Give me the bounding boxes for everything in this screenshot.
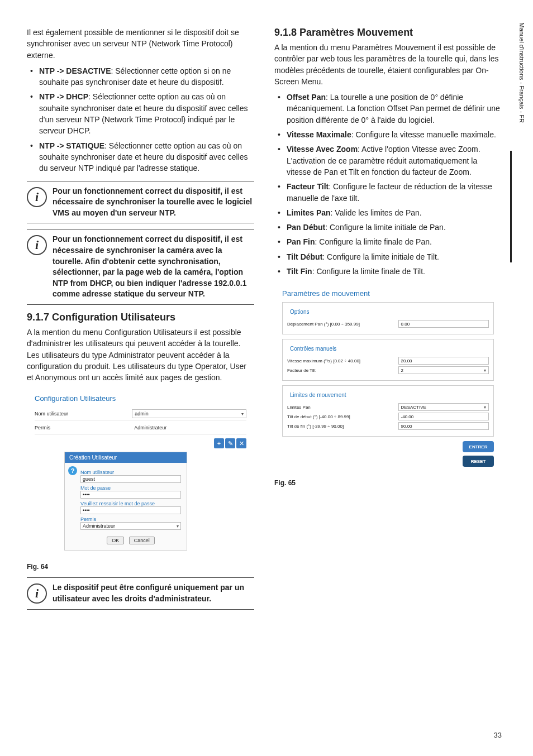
fig65-caption: Fig. 65 [274,479,502,487]
facteur-tilt-select[interactable]: 2 ▾ [398,366,489,374]
fig64-title: Configuration Utilisateurs [35,394,246,403]
fig64-caption: Fig. 64 [27,563,254,571]
chevron-down-icon: ▾ [484,405,486,410]
help-icon[interactable]: ? [68,466,77,475]
bullet-offset-pan: Offset Pan: La tourelle a une position d… [274,92,502,126]
fig64-row-username: Nom utilisateur admin ▾ [35,407,246,421]
fig64-toolbar: + ✎ ✕ [35,438,246,448]
bullet-vitesse-max: Vitesse Maximale: Configure la vitesse m… [274,129,502,140]
fig64-screenshot: Configuration Utilisateurs Nom utilisate… [27,389,254,558]
info-icon: i [27,187,47,207]
chevron-down-icon: ▾ [484,368,486,373]
page-number: 33 [494,731,502,739]
vitesse-max-input[interactable]: 20.00 [398,357,489,365]
chevron-down-icon: ▾ [177,524,179,529]
modal-permis-select[interactable]: Administrateur ▾ [80,522,181,530]
intro-paragraph: Il est également possible de mentionner … [27,27,254,61]
fieldset-limites-mouvement: Limites de mouvement Limites Pan DESACTI… [282,385,494,437]
fig65-buttons: ENTRER RESET [282,441,494,467]
cancel-button[interactable]: Cancel [129,537,155,544]
left-column: Il est également possible de mentionner … [27,27,254,615]
bullet-vitesse-zoom: Vitesse Avec Zoom: Active l'option Vites… [274,143,502,178]
reset-button[interactable]: RESET [463,456,494,467]
info-note-3: i Le dispositif peut être configuré uniq… [27,577,254,609]
side-language-label: Manuel d'instructions - Français - FR [518,23,525,123]
right-column: 9.1.8 Paramètres Mouvement A la mention … [274,27,502,615]
info-icon: i [27,235,47,255]
fieldset-options: Options Déplacement Pan (°) [0.00 ÷ 359.… [282,302,494,334]
create-user-modal: Création Utilisateur ? Nom utilisateur g… [64,452,187,551]
fig65-title: Paramètres de mouvement [282,289,494,298]
entrer-button[interactable]: ENTRER [463,441,494,452]
modal-password-input[interactable]: •••• [80,491,181,499]
movement-bullets: Offset Pan: La tourelle a une position d… [274,92,502,277]
tilt-debut-input[interactable]: -40.00 [398,413,489,420]
ntp-options-list: NTP -> DESACTIVE: Sélectionner cette opt… [27,65,254,174]
paragraph-917: A la mention du menu Configuration Utili… [27,327,254,383]
bullet-pan-fin: Pan Fin: Configure la limite finale de P… [274,236,502,247]
ntp-option-dhcp: NTP -> DHCP: Sélectionner cette option a… [27,91,254,136]
heading-917: 9.1.7 Configuration Utilisateurs [27,312,254,323]
modal-password-repeat-input[interactable]: •••• [80,506,181,514]
heading-918: 9.1.8 Paramètres Mouvement [274,27,502,39]
permis-value: Administrateur [132,423,246,432]
limites-pan-select[interactable]: DESACTIVE ▾ [398,403,489,411]
bullet-pan-debut: Pan Début: Configure la limite initiale … [274,222,502,233]
modal-title: Création Utilisateur [65,452,187,463]
side-tab-marker [507,151,512,262]
bullet-facteur-tilt: Facteur Tilt: Configure le facteur de ré… [274,181,502,204]
info-note-1: i Pour un fonctionnement correct du disp… [27,181,254,224]
edit-button[interactable]: ✎ [225,438,235,448]
info-note-2: i Pour un fonctionnement correct du disp… [27,229,254,305]
info-icon: i [27,583,47,604]
fig64-row-permis: Permis Administrateur [35,421,246,435]
ntp-option-statique: NTP -> STATIQUE: Sélectionner cette opti… [27,140,254,174]
tilt-fin-input[interactable]: 90.00 [398,422,489,430]
bullet-tilt-fin: Tilt Fin: Configure la limite finale de … [274,266,502,277]
username-field[interactable]: admin ▾ [132,409,246,418]
ok-button[interactable]: OK [107,537,124,544]
bullet-limites-pan: Limites Pan: Valide les limites de Pan. [274,207,502,218]
fig65-screenshot: Paramètres de mouvement Options Déplacem… [274,284,502,475]
offset-pan-input[interactable]: 0.00 [398,320,489,328]
delete-button[interactable]: ✕ [236,438,246,448]
modal-username-input[interactable]: guest [80,475,181,483]
add-button[interactable]: + [214,438,224,448]
chevron-down-icon: ▾ [241,412,244,417]
paragraph-918: A la mention du menu Paramètres Mouvemen… [274,42,502,87]
fieldset-controles-manuels: Contrôles manuels Vitesse maximum (°/s) … [282,339,494,381]
bullet-tilt-debut: Tilt Début: Configure la limite initiale… [274,251,502,262]
ntp-option-desactive: NTP -> DESACTIVE: Sélectionner cette opt… [27,65,254,88]
